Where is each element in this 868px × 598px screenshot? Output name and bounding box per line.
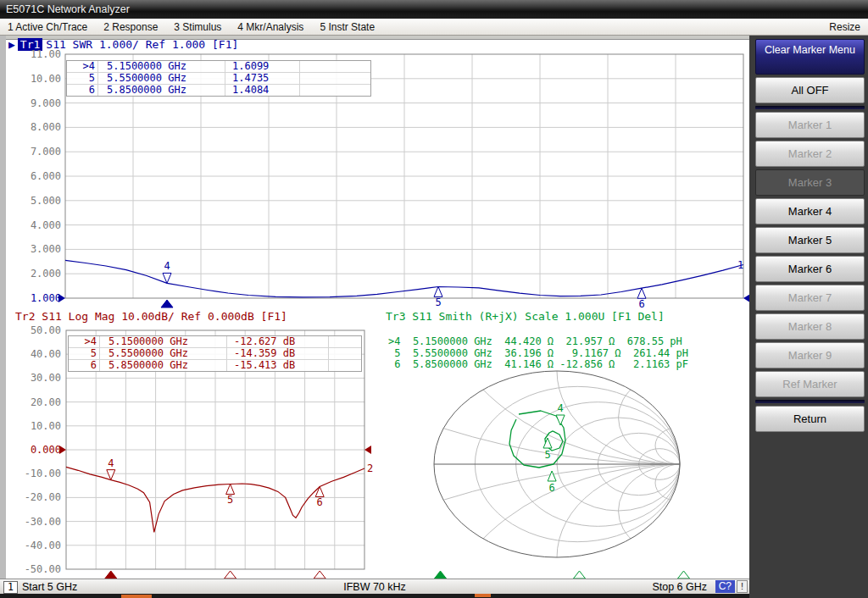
svg-text:2: 2 xyxy=(367,462,373,474)
window-title: E5071C Network Analyzer xyxy=(6,3,130,15)
softkey-ref-marker[interactable]: Ref Marker xyxy=(755,371,865,397)
svg-text:4: 4 xyxy=(108,457,114,469)
marker-row: 65.8500000 GHz1.4084 xyxy=(67,85,370,96)
svg-text:6: 6 xyxy=(317,496,323,508)
softkey-marker-1[interactable]: Marker 1 xyxy=(755,112,865,138)
sweep-stop-readout: Stop 6 GHz xyxy=(652,581,707,593)
softkey-list: All OFFMarker 1Marker 2Marker 3Marker 4M… xyxy=(755,77,865,432)
charts-svg: 11.0010.009.0008.0007.0006.0005.0004.000… xyxy=(0,36,749,579)
menu-resize[interactable]: Resize xyxy=(829,21,860,33)
svg-text:-20.00: -20.00 xyxy=(25,491,61,503)
svg-text:11.00: 11.00 xyxy=(31,48,61,60)
menu-mkr-analysis[interactable]: 4 Mkr/Analysis xyxy=(237,21,303,33)
svg-text:4.000: 4.000 xyxy=(31,219,61,231)
svg-text:6.000: 6.000 xyxy=(31,170,61,182)
menu-active-ch-trace[interactable]: 1 Active Ch/Trace xyxy=(8,21,87,33)
menu-stimulus[interactable]: 3 Stimulus xyxy=(174,21,221,33)
softkey-group-separator xyxy=(755,106,865,109)
softkey-marker-9[interactable]: Marker 9 xyxy=(755,342,865,368)
svg-text:5: 5 xyxy=(544,449,550,461)
svg-text:0.000: 0.000 xyxy=(31,444,61,456)
svg-text:4: 4 xyxy=(557,402,563,414)
marker-row: 5 5.5500000 GHz 36.196 Ω 9.1167 Ω 261.44… xyxy=(388,348,688,360)
correction-status-badge: C? xyxy=(715,580,735,593)
warning-indicator[interactable]: ! xyxy=(737,580,748,593)
svg-text:4: 4 xyxy=(164,260,170,272)
tr2-marker-readout: >45.1500000 GHz-12.627 dB55.5500000 GHz-… xyxy=(68,335,362,372)
svg-text:-30.00: -30.00 xyxy=(25,516,61,528)
tr3-marker-readout: >4 5.1500000 GHz 44.420 Ω 21.957 Ω 678.5… xyxy=(388,336,688,371)
marker-row: 55.5500000 GHz-14.359 dB xyxy=(69,348,361,360)
softkey-marker-5[interactable]: Marker 5 xyxy=(755,227,865,253)
taskbar-glimpse xyxy=(475,594,491,597)
softkey-group-separator xyxy=(755,400,865,403)
svg-text:8.000: 8.000 xyxy=(31,121,61,133)
softkey-marker-3[interactable]: Marker 3 xyxy=(755,169,865,196)
marker-row: >4 5.1500000 GHz 44.420 Ω 21.957 Ω 678.5… xyxy=(388,336,688,348)
svg-text:10.00: 10.00 xyxy=(31,420,61,432)
svg-text:6: 6 xyxy=(548,482,554,494)
svg-text:9.000: 9.000 xyxy=(31,97,61,109)
softkey-sidebar: Clear Marker Menu All OFFMarker 1Marker … xyxy=(749,36,868,598)
svg-text:5: 5 xyxy=(227,494,233,506)
marker-row: 55.5500000 GHz1.4735 xyxy=(67,73,370,85)
svg-text:1.000: 1.000 xyxy=(31,292,61,304)
marker-row: 6 5.8500000 GHz 41.146 Ω -12.856 Ω 2.116… xyxy=(388,359,688,371)
menu-response[interactable]: 2 Response xyxy=(103,21,158,33)
svg-text:20.00: 20.00 xyxy=(31,396,61,408)
menu-bar: 1 Active Ch/Trace 2 Response 3 Stimulus … xyxy=(0,19,868,36)
title-bar[interactable]: E5071C Network Analyzer xyxy=(0,0,868,19)
svg-text:-50.00: -50.00 xyxy=(25,563,61,575)
softkey-marker-8[interactable]: Marker 8 xyxy=(755,313,865,340)
channel-indicator: 1 xyxy=(3,581,18,594)
svg-text:1: 1 xyxy=(737,259,743,271)
svg-text:40.00: 40.00 xyxy=(31,348,61,360)
ifbw-readout: IFBW 70 kHz xyxy=(343,581,406,593)
svg-text:30.00: 30.00 xyxy=(31,372,61,384)
softkey-all-off[interactable]: All OFF xyxy=(755,77,865,103)
svg-text:7.000: 7.000 xyxy=(31,146,61,158)
softkey-marker-4[interactable]: Marker 4 xyxy=(755,198,865,224)
menu-instr-state[interactable]: 5 Instr State xyxy=(320,21,375,33)
taskbar-glimpse xyxy=(121,595,152,598)
svg-text:2.000: 2.000 xyxy=(31,268,61,280)
svg-text:-10.00: -10.00 xyxy=(25,468,61,479)
softkey-menu-title: Clear Marker Menu xyxy=(755,39,865,75)
svg-text:-40.00: -40.00 xyxy=(25,540,61,551)
sweep-start-readout: Start 5 GHz xyxy=(22,581,77,593)
softkey-marker-7[interactable]: Marker 7 xyxy=(755,285,865,311)
svg-text:6: 6 xyxy=(638,298,644,310)
instrument-screen: E5071C Network Analyzer 1 Active Ch/Trac… xyxy=(0,0,868,598)
marker-row: >45.1500000 GHz-12.627 dB xyxy=(69,336,361,348)
status-bar: 1 Start 5 GHz IFBW 70 kHz Stop 6 GHz C? … xyxy=(0,579,749,594)
marker-row: >45.1500000 GHz1.6099 xyxy=(67,61,370,73)
softkey-marker-2[interactable]: Marker 2 xyxy=(755,141,865,167)
svg-text:3.000: 3.000 xyxy=(31,243,61,255)
svg-text:50.00: 50.00 xyxy=(31,324,61,336)
svg-text:5: 5 xyxy=(435,296,441,308)
svg-text:5.000: 5.000 xyxy=(31,195,61,207)
tr1-marker-readout: >45.1500000 GHz1.609955.5500000 GHz1.473… xyxy=(66,60,371,97)
marker-row: 65.8500000 GHz-15.413 dB xyxy=(69,360,361,371)
softkey-return[interactable]: Return xyxy=(755,406,865,432)
bottom-bezel xyxy=(0,594,749,598)
svg-text:10.00: 10.00 xyxy=(31,73,61,85)
softkey-marker-6[interactable]: Marker 6 xyxy=(755,256,865,282)
